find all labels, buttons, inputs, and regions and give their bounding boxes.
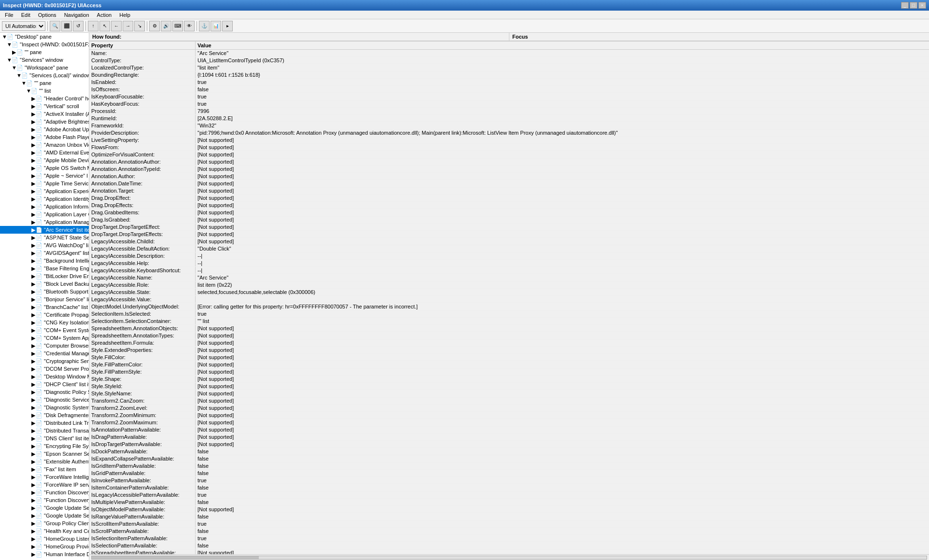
prop-row[interactable]: IsKeyboardFocusable:true [89, 93, 929, 100]
prop-row[interactable]: Name:"Arc Service" [89, 50, 929, 57]
tree-node[interactable]: ▶📄 "ForceWare Intelligen [0, 473, 89, 481]
prop-row[interactable]: IsDropTargetPatternAvailable:[Not suppor… [89, 441, 929, 448]
menu-options[interactable]: Options [35, 12, 59, 18]
tree-expand-icon[interactable]: ▼ [21, 80, 26, 86]
prop-row[interactable]: LegacyIAccessible.Value: [89, 296, 929, 303]
prop-row[interactable]: HasKeyboardFocus:true [89, 100, 929, 108]
tree-node[interactable]: ▶📄 "Epson Scanner Servi [0, 450, 89, 458]
prop-row[interactable]: IsExpandCollapsePatternAvailable:false [89, 455, 929, 462]
prop-row[interactable]: Transform2.ZoomMinimum:[Not supported] [89, 412, 929, 419]
tree-node[interactable]: ▶📄 "Application Identity" [0, 195, 89, 203]
automation-type-select[interactable]: UI Automation [2, 21, 45, 31]
tree-node[interactable]: ▼📄 "Services" window [0, 56, 89, 64]
prop-row[interactable]: Annotation.AnnotationAuthor:[Not support… [89, 158, 929, 166]
toolbar-next-sibling-btn[interactable]: → [123, 21, 133, 31]
tree-node[interactable]: ▶📄 "Certificate Propagati [0, 311, 89, 319]
tree-node[interactable]: ▶📄 "Group Policy Client" li [0, 519, 89, 527]
tree-node[interactable]: ▶📄 "Credential Manager" [0, 350, 89, 357]
prop-row[interactable]: Transform2.ZoomMaximum:[Not supported] [89, 419, 929, 426]
prop-row[interactable]: Annotation.Target:[Not supported] [89, 187, 929, 195]
menu-file[interactable]: File [2, 12, 16, 18]
tree-node[interactable]: ▼📄 "Services (Local)" window [0, 71, 89, 79]
tree-node[interactable]: ▶📄 "Distributed Link Trad [0, 419, 89, 427]
tree-expand-icon[interactable]: ▶ [31, 203, 36, 210]
tree-expand-icon[interactable]: ▶ [31, 273, 36, 280]
tree-node[interactable]: ▶📄 "Google Update Servi [0, 512, 89, 519]
tree-expand-icon[interactable]: ▶ [31, 365, 36, 372]
prop-row[interactable]: IsDockPatternAvailable:false [89, 448, 929, 455]
toolbar-parent-btn[interactable]: ↑ [88, 21, 99, 31]
tree-node[interactable]: ▶📄 "COM+ System Applic [0, 334, 89, 342]
tree-node[interactable]: ▼📄 "Inspect (HWND: 0x001501F2) UIAcces [0, 41, 89, 48]
tree-expand-icon[interactable]: ▶ [31, 149, 36, 156]
tree-node[interactable]: ▶📄 "ForceWare IP servic [0, 481, 89, 489]
prop-row[interactable]: IsGridPatternAvailable:false [89, 470, 929, 477]
prop-row[interactable]: RuntimeId:[2A.50288.2.E] [89, 115, 929, 122]
prop-row[interactable]: LegacyIAccessible.KeyboardShortcut:--| [89, 267, 929, 274]
prop-row[interactable]: Style.StyleId:[Not supported] [89, 383, 929, 390]
prop-row[interactable]: IsGridItemPatternAvailable:false [89, 462, 929, 470]
tree-expand-icon[interactable]: ▶ [31, 528, 36, 534]
prop-row[interactable]: IsScrollItemPatternAvailable:true [89, 520, 929, 528]
tree-node[interactable]: ▶📄 "DCOM Server Proces [0, 365, 89, 373]
tree-expand-icon[interactable]: ▶ [31, 165, 36, 171]
tree-expand-icon[interactable]: ▶ [31, 111, 36, 117]
tree-expand-icon[interactable]: ▶ [31, 543, 36, 550]
tree-expand-icon[interactable]: ▶ [31, 180, 36, 187]
tree-expand-icon[interactable]: ▼ [16, 72, 21, 79]
prop-row[interactable]: Annotation.DateTime:[Not supported] [89, 180, 929, 187]
tree-expand-icon[interactable]: ▶ [31, 234, 36, 241]
tree-node[interactable]: ▼📄 "" list [0, 87, 89, 95]
prop-row[interactable]: Transform2.CanZoom:[Not supported] [89, 397, 929, 405]
tree-node[interactable]: ▶📄 "BranchCache" list ite [0, 303, 89, 311]
tree-expand-icon[interactable]: ▶ [12, 49, 16, 56]
menu-action[interactable]: Action [94, 12, 115, 18]
tree-expand-icon[interactable]: ▶ [31, 257, 36, 264]
tree-node[interactable]: ▶📄 "CNG Key Isolation" lis [0, 319, 89, 326]
tree-node[interactable]: ▼📄 "" pane [0, 79, 89, 87]
tree-expand-icon[interactable]: ▶ [31, 311, 36, 318]
prop-row[interactable]: OptimizeForVisualContent:[Not supported] [89, 151, 929, 158]
tree-node[interactable]: ▶📄 "Desktop Window Mar [0, 373, 89, 380]
prop-row[interactable]: IsSelectionPatternAvailable:false [89, 542, 929, 549]
prop-row[interactable]: SpreadsheetItem.AnnotationTypes:[Not sup… [89, 332, 929, 339]
tree-node[interactable]: ▶📄 "Adobe Acrobat Upda [0, 126, 89, 133]
prop-row[interactable]: Annotation.Author:[Not supported] [89, 173, 929, 180]
tree-expand-icon[interactable]: ▼ [7, 56, 12, 63]
tree-expand-icon[interactable]: ▶ [31, 350, 36, 357]
prop-row[interactable]: FlowsFrom:[Not supported] [89, 144, 929, 151]
tree-expand-icon[interactable]: ▶ [31, 412, 36, 419]
tree-expand-icon[interactable]: ▼ [7, 41, 12, 48]
prop-row[interactable]: Style.FillColor:[Not supported] [89, 354, 929, 361]
prop-row[interactable]: LegacyIAccessible.DefaultAction:"Double … [89, 245, 929, 252]
tree-node[interactable]: ▶📄 "Amazon Unbox Vide [0, 141, 89, 149]
tree-node[interactable]: ▶📄 "Distributed Transacti [0, 427, 89, 434]
tree-expand-icon[interactable]: ▶ [31, 373, 36, 380]
tree-expand-icon[interactable]: ▶ [31, 474, 36, 480]
tree-node[interactable]: ▶📄 "DHCP Client" list item [0, 380, 89, 388]
prop-row[interactable]: IsDragPatternAvailable:[Not supported] [89, 434, 929, 441]
prop-row[interactable]: Style.Shape:[Not supported] [89, 376, 929, 383]
tree-expand-icon[interactable]: ▶ [31, 489, 36, 496]
prop-row[interactable]: SpreadsheetItem.AnnotationObjects:[Not s… [89, 325, 929, 332]
tree-node[interactable]: ▶📄 "Application Layer Ga [0, 210, 89, 218]
toolbar-find-btn[interactable]: 🔍 [50, 21, 60, 31]
tree-expand-icon[interactable]: ▶ [31, 427, 36, 434]
prop-row[interactable]: IsOffscreen:false [89, 86, 929, 93]
toolbar-prev-sibling-btn[interactable]: ← [111, 21, 122, 31]
tree-expand-icon[interactable]: ▶ [31, 211, 36, 218]
tree-expand-icon[interactable]: ▶ [31, 450, 36, 457]
tree-expand-icon[interactable]: ▶ [31, 141, 36, 148]
prop-row[interactable]: Drag.DropEffects:[Not supported] [89, 202, 929, 209]
prop-row[interactable]: LocalizedControlType:"list item" [89, 64, 929, 71]
toolbar-watch-btn[interactable]: 👁 [184, 21, 195, 31]
prop-row[interactable]: IsMultipleViewPatternAvailable:false [89, 499, 929, 506]
menu-help[interactable]: Help [116, 12, 133, 18]
close-button[interactable]: × [918, 2, 926, 9]
prop-row[interactable]: LegacyIAccessible.Name:"Arc Service" [89, 274, 929, 281]
tree-node[interactable]: ▶📄 "Diagnostic System H [0, 404, 89, 411]
tree-node[interactable]: ▶📄 "HomeGroup Listener" [0, 535, 89, 543]
prop-row[interactable]: IsSelectionItemPatternAvailable:true [89, 535, 929, 542]
prop-row[interactable]: LiveSettingProperty:[Not supported] [89, 137, 929, 144]
tree-expand-icon[interactable]: ▶ [31, 280, 36, 287]
